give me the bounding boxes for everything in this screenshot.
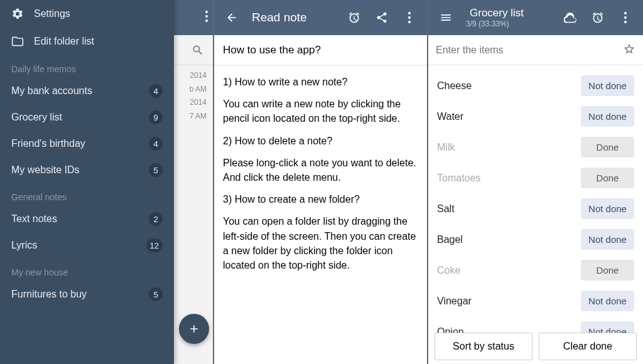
drawer-item-label: My bank accounts (11, 85, 92, 97)
back-button[interactable] (220, 6, 243, 29)
star-outline-icon (623, 43, 635, 55)
grocery-item-status-button[interactable]: Done (581, 168, 634, 188)
appbar-title: Read note (248, 11, 338, 24)
cloud-icon (564, 11, 576, 24)
folder-icon (11, 35, 24, 48)
hamburger-icon (440, 11, 452, 24)
clear-done-button[interactable]: Clear done (539, 333, 637, 360)
overflow-menu-button[interactable] (205, 11, 208, 24)
settings-label: Settings (34, 8, 70, 19)
drawer-item-label: Friend's birthday (11, 138, 85, 149)
grocery-item-row: SaltNot done (435, 193, 637, 224)
panel-grocery-list: Grocery list 3/9 (33.33%) CheeseNot done… (428, 0, 643, 364)
svg-point-6 (624, 12, 627, 14)
grocery-item-name: Milk (437, 142, 455, 153)
drawer-item-count: 5 (149, 287, 163, 301)
grocery-item-row: WaterNot done (435, 101, 637, 132)
drawer-item-label: Grocery list (11, 112, 62, 123)
note-paragraph: 1) How to write a new note? (223, 75, 418, 89)
entry-row (428, 35, 643, 65)
edit-folder-label: Edit folder list (34, 36, 94, 47)
grocery-item-status-button[interactable]: Not done (581, 291, 634, 311)
search-icon (192, 44, 204, 56)
grocery-item-name: Cheese (437, 80, 472, 92)
grocery-item-row: MilkDone (435, 132, 637, 163)
note-paragraph: You can open a folder list by dragging t… (223, 214, 418, 272)
overflow-menu-button[interactable] (614, 6, 637, 29)
cloud-button[interactable] (559, 6, 581, 29)
svg-point-3 (408, 12, 411, 14)
drawer-item-count: 5 (149, 163, 163, 177)
underlay-date-fragments: 2014 b AM 2014 7 AM (173, 65, 213, 127)
search-bar[interactable] (173, 35, 213, 65)
panel-navigation-drawer: 2014 b AM 2014 7 AM Settings Edit folder… (0, 0, 214, 364)
add-note-fab[interactable] (179, 314, 209, 344)
grocery-item-name: Bagel (437, 234, 463, 245)
share-icon (376, 11, 388, 24)
grocery-appbar: Grocery list 3/9 (33.33%) (428, 0, 643, 35)
grocery-item-status-button[interactable]: Done (581, 137, 634, 158)
drawer-item-count: 4 (149, 137, 163, 151)
drawer-folder-item[interactable]: My website IDs5 (0, 157, 174, 183)
svg-point-2 (205, 19, 208, 22)
drawer-item-label: Text notes (11, 213, 57, 225)
note-paragraph: You can write a new note by clicking the… (223, 97, 418, 126)
drawer-folder-item[interactable]: Furnitures to buy5 (0, 281, 174, 308)
drawer-section-title: General notes (0, 183, 174, 206)
grocery-item-status-button[interactable]: Not done (581, 229, 634, 250)
drawer-item-count: 12 (146, 238, 163, 252)
note-paragraph: 2) How to delete a note? (223, 134, 418, 148)
drawer-section-title: Daily life memos (0, 55, 174, 78)
svg-point-8 (624, 21, 627, 23)
alarm-button[interactable] (343, 6, 365, 29)
drawer-item-label: Furnitures to buy (11, 289, 87, 300)
grocery-item-row: CheeseNot done (435, 70, 637, 101)
grocery-item-row: BagelNot done (435, 224, 637, 255)
grocery-item-row: CokeDone (435, 255, 637, 286)
grocery-item-status-button[interactable]: Not done (581, 106, 634, 127)
drawer-folder-item[interactable]: My bank accounts4 (0, 78, 174, 104)
plus-icon (188, 323, 200, 335)
note-paragraph: Please long-click a note you want to del… (223, 156, 418, 185)
gear-icon (11, 8, 24, 20)
drawer-folder-item[interactable]: Text notes2 (0, 206, 174, 232)
alarm-button[interactable] (586, 6, 609, 29)
grocery-item-status-button[interactable]: Not done (581, 75, 634, 96)
drawer-folder-item[interactable]: Friend's birthday4 (0, 131, 174, 157)
kebab-icon (408, 12, 411, 23)
alarm-icon (348, 11, 360, 24)
share-button[interactable] (370, 6, 393, 29)
kebab-icon (624, 12, 627, 23)
underlay-appbar (173, 0, 213, 35)
arrow-left-icon (225, 11, 238, 24)
settings-row[interactable]: Settings (0, 0, 174, 28)
grocery-item-name: Tomatoes (437, 173, 480, 184)
underlay-notes-list: 2014 b AM 2014 7 AM (173, 0, 213, 364)
star-button[interactable] (623, 43, 635, 58)
grocery-item-name: Water (437, 111, 463, 122)
alarm-icon (592, 11, 604, 24)
sort-button[interactable]: Sort by status (435, 333, 532, 360)
svg-point-5 (408, 21, 411, 23)
drawer-item-count: 2 (149, 212, 163, 226)
read-note-appbar: Read note (214, 0, 427, 35)
note-paragraph: 3) How to create a new folder? (223, 192, 418, 206)
grocery-item-status-button[interactable]: Done (581, 260, 634, 281)
bottom-bar: Sort by status Clear done (428, 333, 643, 360)
edit-folder-row[interactable]: Edit folder list (0, 28, 174, 55)
panel-read-note: Read note How to use the app? 1) How to … (214, 0, 428, 364)
svg-point-4 (408, 16, 411, 19)
grocery-items-list: CheeseNot doneWaterNot doneMilkDoneTomat… (428, 65, 643, 352)
navigation-drawer: Settings Edit folder list Daily life mem… (0, 0, 174, 364)
drawer-folder-item[interactable]: Grocery list9 (0, 104, 174, 131)
entry-input[interactable] (436, 45, 623, 56)
grocery-title: Grocery list (466, 7, 554, 19)
grocery-item-row: TomatoesDone (435, 163, 637, 193)
overflow-menu-button[interactable] (398, 6, 421, 29)
grocery-item-name: Coke (437, 265, 460, 276)
grocery-item-status-button[interactable]: Not done (581, 198, 634, 219)
drawer-item-count: 4 (149, 84, 163, 98)
drawer-folder-item[interactable]: Lyrics12 (0, 232, 174, 259)
drawer-section-title: My new house (0, 259, 174, 281)
menu-button[interactable] (435, 6, 457, 29)
